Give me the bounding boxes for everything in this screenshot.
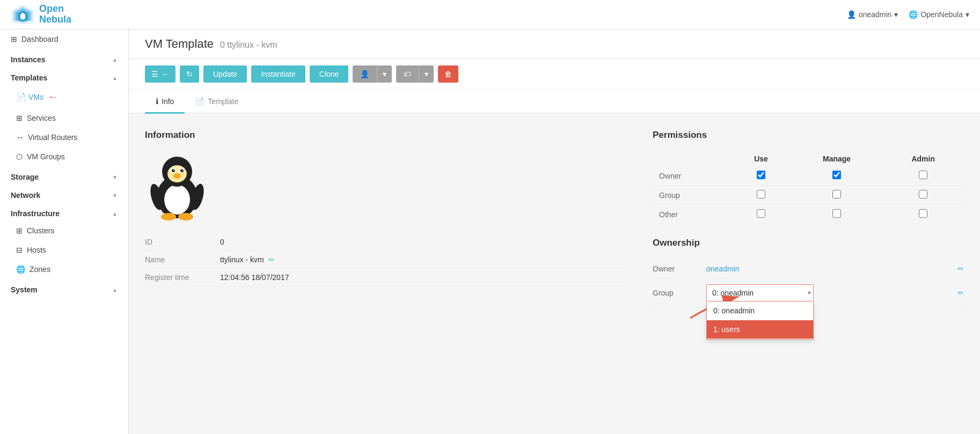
sidebar-section-templates[interactable]: Templates ▲ [0,67,128,85]
owner-caret-button[interactable]: ▾ [377,65,392,83]
virtual-routers-label: Virtual Routers [28,133,77,142]
tag-button[interactable]: 🏷 [396,65,419,83]
group-admin-checkbox[interactable] [919,190,927,198]
user-icon: 👤 [847,10,856,19]
ownership-row-owner: Owner oneadmin ✏ [653,259,964,279]
instantiate-label: Instantiate [261,70,296,78]
storage-arrow-icon: ▼ [112,174,118,180]
system-label: System [11,285,38,294]
topbar-cloud[interactable]: 🌐 OpenNebula ▾ [909,10,969,19]
owner-admin-checkbox[interactable] [919,171,927,179]
logo-text: Open Nebula [39,4,71,25]
delete-button[interactable]: 🗑 [438,65,458,83]
id-value: 0 [220,238,631,246]
zones-label: Zones [30,265,50,274]
infrastructure-label: Infrastructure [11,209,60,218]
virtual-routers-icon: ↔ [16,133,24,142]
templates-submenu: 📄 VMs ← ⊞ Services ↔ Virtual Routers ⬡ V… [0,85,128,166]
sidebar-section-system[interactable]: System ▲ [0,279,128,297]
owner-label: Owner [653,264,706,273]
topbar: Open Nebula 👤 oneadmin ▾ 🌐 OpenNebula ▾ [0,0,980,30]
hosts-icon: ⊟ [16,246,23,254]
other-manage-checkbox[interactable] [832,209,841,218]
svg-point-14 [182,170,183,171]
sidebar-item-virtual-routers[interactable]: ↔ Virtual Routers [5,128,128,147]
owner-caret-icon: ▾ [383,70,386,78]
group-admin-cell [882,186,964,205]
refresh-button[interactable]: ↻ [180,65,199,83]
group-dropdown-option-1[interactable]: 1: users [707,320,813,339]
permissions-table: Use Manage Admin Owner Gr [653,151,964,224]
topbar-user[interactable]: 👤 oneadmin ▾ [847,10,898,19]
group-manage-cell [791,186,883,205]
tab-template[interactable]: 📄 Template [185,90,249,114]
sidebar-section-network[interactable]: Network ▼ [0,185,128,203]
other-use-checkbox[interactable] [757,209,765,218]
owner-split-button[interactable]: 👤 ▾ [353,65,392,83]
owner-manage-checkbox[interactable] [832,171,841,179]
back-button[interactable]: ☰ ← [145,65,175,83]
topbar-right: 👤 oneadmin ▾ 🌐 OpenNebula ▾ [847,10,969,19]
owner-edit-icon[interactable]: ✏ [957,264,964,273]
tag-caret-icon: ▾ [425,70,428,78]
page-title: VM Template 0 ttylinux - kvm [145,37,277,51]
system-arrow-icon: ▲ [112,287,118,293]
update-button[interactable]: Update [203,65,247,83]
infrastructure-arrow-icon: ▲ [112,211,118,217]
tux-image [145,151,209,221]
clusters-label: Clusters [27,226,54,235]
register-value: 12:04:56 18/07/2017 [220,273,631,282]
instantiate-button[interactable]: Instantiate [251,65,305,83]
group-use-cell [731,186,791,205]
main-content: VM Template 0 ttylinux - kvm ☰ ← ↻ Updat… [129,30,980,434]
name-text: ttylinux - kvm [220,255,264,264]
other-entity-label: Other [653,205,731,224]
id-label: ID [145,238,220,246]
sidebar-item-clusters[interactable]: ⊞ Clusters [5,221,128,240]
perm-col-use: Use [731,151,791,166]
tag-icon: 🏷 [404,70,411,78]
sidebar-item-dashboard[interactable]: ⊞ Dashboard [0,30,128,49]
svg-point-12 [180,169,184,172]
tab-info[interactable]: ℹ Info [145,90,185,114]
name-edit-icon[interactable]: ✏ [268,255,275,264]
sidebar-item-zones[interactable]: 🌐 Zones [5,260,128,279]
cloud-icon: 🌐 [909,10,918,19]
owner-use-checkbox[interactable] [757,171,765,179]
group-edit-icon[interactable]: ✏ [957,289,964,297]
sidebar-item-vm-groups[interactable]: ⬡ VM Groups [5,147,128,166]
info-row-name: Name ttylinux - kvm ✏ [145,251,631,269]
owner-manage-cell [791,166,883,186]
refresh-icon: ↻ [186,70,193,78]
delete-icon: 🗑 [444,70,452,78]
templates-arrow-icon: ▲ [112,75,118,81]
other-admin-checkbox[interactable] [919,209,927,218]
group-dropdown-list: 0: oneadmin 1: users [706,301,814,340]
sidebar-item-vms[interactable]: 📄 VMs ← [5,85,128,108]
group-manage-checkbox[interactable] [832,190,841,198]
cloud-name: OpenNebula [920,10,963,19]
vms-label: VMs [28,93,43,101]
svg-point-15 [173,173,181,179]
group-use-checkbox[interactable] [757,190,765,198]
services-label: Services [27,114,56,122]
clone-button[interactable]: Clone [310,65,349,83]
sidebar-item-services[interactable]: ⊞ Services [5,108,128,128]
info-row-register: Register time 12:04:56 18/07/2017 [145,269,631,286]
owner-value-text: oneadmin [706,264,740,273]
zones-icon: 🌐 [16,265,25,274]
page-header: VM Template 0 ttylinux - kvm [129,30,980,59]
owner-button[interactable]: 👤 [353,65,377,83]
instances-label: Instances [11,55,46,64]
sidebar-section-storage[interactable]: Storage ▼ [0,166,128,185]
sidebar-section-instances[interactable]: Instances ▲ [0,49,128,67]
instances-arrow-icon: ▲ [112,57,118,63]
sidebar-section-infrastructure[interactable]: Infrastructure ▲ [0,203,128,221]
sidebar-item-hosts[interactable]: ⊟ Hosts [5,240,128,260]
tag-caret-button[interactable]: ▾ [419,65,434,83]
owner-icon: 👤 [360,70,369,78]
group-dropdown-option-0[interactable]: 0: oneadmin [707,301,813,320]
info-tab-label: Info [162,97,174,106]
tag-split-button[interactable]: 🏷 ▾ [396,65,434,83]
back-arrow-icon: ← [162,70,169,78]
